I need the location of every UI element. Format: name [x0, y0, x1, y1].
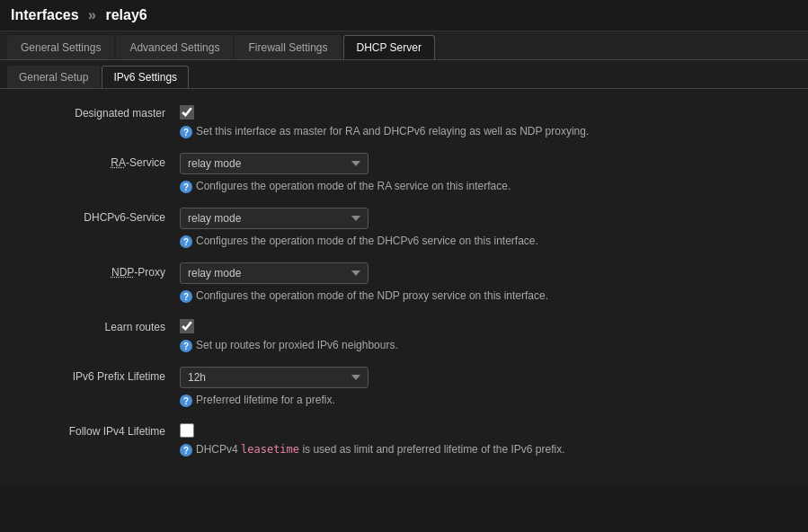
page-title: Interfaces » relay6 [11, 7, 147, 23]
control-group-ipv6-prefix-lifetime: 12h 1h 24h infinite ? Preferred lifetime… [180, 367, 790, 407]
help-text-dhcpv6-service: Configures the operation mode of the DHC… [196, 235, 538, 247]
help-icon-learn-routes: ? [180, 340, 192, 352]
label-ndp-underline: NDP [111, 266, 134, 279]
main-content: Designated master ? Set this interface a… [0, 89, 808, 485]
help-follow-ipv4-lifetime: ? DHCPv4 leasetime is used as limit and … [180, 443, 790, 457]
help-text-ipv6-prefix-lifetime: Preferred lifetime for a prefix. [196, 394, 335, 406]
select-ipv6-prefix-lifetime[interactable]: 12h 1h 24h infinite [180, 367, 368, 388]
select-ndp-proxy[interactable]: relay mode server mode disabled [180, 262, 368, 284]
sub-tab-ipv6-settings[interactable]: IPv6 Settings [102, 66, 189, 88]
help-icon-ra-service: ? [180, 181, 192, 193]
label-learn-routes: Learn routes [18, 317, 180, 333]
help-ndp-proxy: ? Configures the operation mode of the N… [180, 289, 790, 303]
help-text-designated-master: Set this interface as master for RA and … [196, 125, 589, 137]
help-designated-master: ? Set this interface as master for RA an… [180, 125, 790, 138]
control-group-follow-ipv4-lifetime: ? DHCPv4 leasetime is used as limit and … [180, 421, 790, 457]
help-text-follow-ipv4-lifetime: DHCPv4 leasetime is used as limit and pr… [196, 443, 565, 456]
label-follow-ipv4-lifetime: Follow IPv4 Lifetime [18, 421, 180, 438]
sub-tab-general-setup[interactable]: General Setup [7, 66, 100, 88]
form-row-follow-ipv4-lifetime: Follow IPv4 Lifetime ? DHCPv4 leasetime … [18, 421, 790, 457]
help-icon-dhcpv6-service: ? [180, 235, 192, 248]
label-ra-service: RA-Service [18, 153, 180, 169]
label-dhcpv6-service: DHCPv6-Service [18, 208, 180, 224]
form-row-learn-routes: Learn routes ? Set up routes for proxied… [18, 317, 790, 352]
control-group-dhcpv6-service: relay mode server mode disabled ? Config… [180, 208, 790, 248]
help-ipv6-prefix-lifetime: ? Preferred lifetime for a prefix. [180, 394, 790, 407]
checkbox-learn-routes[interactable] [180, 319, 194, 333]
breadcrumb-interfaces: Interfaces [11, 7, 79, 22]
label-ndp-proxy: NDP-Proxy [18, 262, 180, 279]
select-ra-service[interactable]: relay mode server mode disabled [180, 153, 368, 174]
label-ra-underline: RA [111, 156, 126, 169]
top-tab-bar: General Settings Advanced Settings Firew… [0, 31, 808, 60]
label-ipv6-prefix-lifetime: IPv6 Prefix Lifetime [18, 367, 180, 383]
control-group-designated-master: ? Set this interface as master for RA an… [180, 103, 790, 138]
sub-tab-bar: General Setup IPv6 Settings [0, 60, 808, 89]
label-ra-suffix: -Service [126, 156, 165, 169]
help-icon-ndp-proxy: ? [180, 290, 192, 303]
control-group-ndp-proxy: relay mode server mode disabled ? Config… [180, 262, 790, 303]
label-ndp-suffix: -Proxy [134, 266, 165, 279]
tab-advanced-settings[interactable]: Advanced Settings [116, 35, 233, 59]
form-row-ipv6-prefix-lifetime: IPv6 Prefix Lifetime 12h 1h 24h infinite… [18, 367, 790, 407]
control-group-ra-service: relay mode server mode disabled ? Config… [180, 153, 790, 193]
help-dhcpv6-service: ? Configures the operation mode of the D… [180, 235, 790, 248]
help-icon-ipv6-prefix-lifetime: ? [180, 395, 192, 407]
form-row-ndp-proxy: NDP-Proxy relay mode server mode disable… [18, 262, 790, 303]
help-icon-designated-master: ? [180, 126, 192, 138]
help-icon-follow-ipv4-lifetime: ? [180, 444, 192, 457]
tab-general-settings[interactable]: General Settings [7, 35, 114, 59]
control-group-learn-routes: ? Set up routes for proxied IPv6 neighbo… [180, 317, 790, 352]
checkbox-designated-master[interactable] [180, 105, 194, 120]
form-row-dhcpv6-service: DHCPv6-Service relay mode server mode di… [18, 208, 790, 248]
label-designated-master: Designated master [18, 103, 180, 120]
breadcrumb-interface-name: relay6 [105, 7, 147, 22]
tab-firewall-settings[interactable]: Firewall Settings [235, 35, 341, 59]
form-row-designated-master: Designated master ? Set this interface a… [18, 103, 790, 138]
form-row-ra-service: RA-Service relay mode server mode disabl… [18, 153, 790, 193]
help-text-ndp-proxy: Configures the operation mode of the NDP… [196, 289, 548, 302]
help-text-ra-service: Configures the operation mode of the RA … [196, 180, 511, 192]
help-text-learn-routes: Set up routes for proxied IPv6 neighbour… [196, 339, 398, 351]
tab-dhcp-server[interactable]: DHCP Server [343, 35, 435, 59]
select-dhcpv6-service[interactable]: relay mode server mode disabled [180, 208, 368, 229]
breadcrumb-separator: » [88, 7, 96, 22]
help-ra-service: ? Configures the operation mode of the R… [180, 180, 790, 193]
checkbox-follow-ipv4-lifetime[interactable] [180, 423, 194, 438]
help-learn-routes: ? Set up routes for proxied IPv6 neighbo… [180, 339, 790, 352]
page-header: Interfaces » relay6 [0, 0, 808, 31]
